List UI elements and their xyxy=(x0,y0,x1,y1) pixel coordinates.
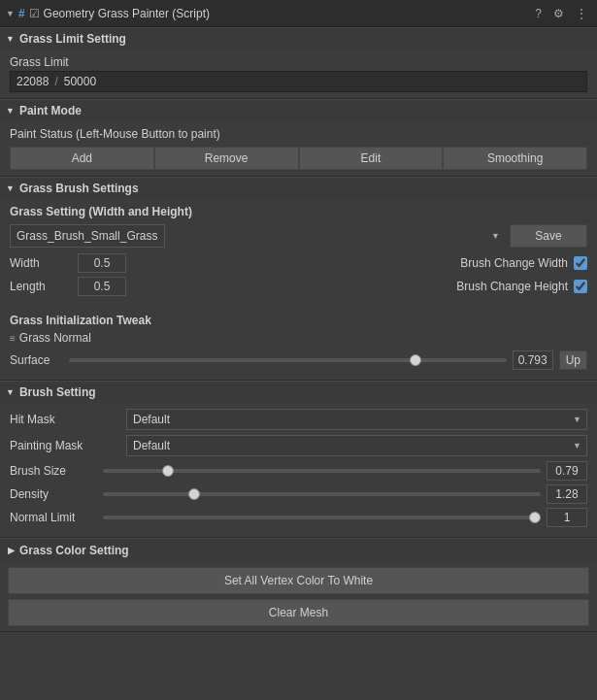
brush-setting-arrow: ▼ xyxy=(6,387,15,397)
hit-mask-dropdown[interactable]: Default xyxy=(126,409,587,430)
checkbox-icon[interactable]: ☑ xyxy=(29,7,40,20)
surface-up-button[interactable]: Up xyxy=(559,350,587,370)
density-slider[interactable] xyxy=(103,492,541,496)
painting-mask-dropdown[interactable]: Default xyxy=(126,435,587,456)
paint-status-label: Paint Status (Left-Mouse Button to paint… xyxy=(10,127,220,141)
settings-icon[interactable]: ⚙ xyxy=(549,7,568,20)
brush-size-row: Brush Size xyxy=(10,461,587,481)
grass-limit-title: Grass Limit Setting xyxy=(19,32,126,46)
density-value[interactable] xyxy=(547,484,587,504)
surface-slider[interactable] xyxy=(69,358,507,362)
width-row: Width Brush Change Width xyxy=(10,253,587,273)
hash-icon: # xyxy=(18,7,25,20)
arrow-icon: ▼ xyxy=(6,9,15,18)
grass-limit-inputs-row: 22088 / 50000 xyxy=(10,71,587,92)
grass-setting-label: Grass Setting (Width and Height) xyxy=(10,205,587,218)
surface-slider-row: Surface Up xyxy=(10,350,587,370)
density-row: Density xyxy=(10,484,587,504)
clear-mesh-button[interactable]: Clear Mesh xyxy=(8,599,589,626)
grass-init-tweak-label: Grass Initialization Tweak xyxy=(10,314,587,327)
length-right: Brush Change Height xyxy=(299,280,588,293)
paint-buttons-group: Add Remove Edit Smoothing xyxy=(10,147,587,170)
paint-mode-arrow: ▼ xyxy=(6,106,15,116)
help-icon[interactable]: ? xyxy=(531,7,546,20)
grass-color-section: ▶ Grass Color Setting Set All Vertex Col… xyxy=(0,538,597,632)
grass-limit-content: Grass Limit 22088 / 50000 xyxy=(0,50,597,98)
length-input[interactable] xyxy=(78,277,126,296)
grass-brush-arrow: ▼ xyxy=(6,183,15,193)
grass-color-title: Grass Color Setting xyxy=(19,544,129,557)
normal-limit-slider[interactable] xyxy=(103,516,541,519)
grass-brush-content: Grass Setting (Width and Height) Grass_B… xyxy=(0,199,597,380)
normal-limit-label: Normal Limit xyxy=(10,511,97,524)
title-bar: ▼ # ☑ Geometry Grass Painter (Script) ? … xyxy=(0,0,597,27)
grass-color-header[interactable]: ▶ Grass Color Setting xyxy=(0,538,597,562)
brush-setting-section: ▼ Brush Setting Hit Mask Default Paintin… xyxy=(0,381,597,538)
brush-setting-header[interactable]: ▼ Brush Setting xyxy=(0,381,597,403)
grass-color-arrow: ▶ xyxy=(8,546,15,555)
hamburger-icon: ≡ xyxy=(10,333,16,344)
brush-size-value[interactable] xyxy=(547,461,587,481)
grass-limit-header[interactable]: ▼ Grass Limit Setting xyxy=(0,27,597,50)
length-left: Length xyxy=(10,277,299,296)
brush-size-label: Brush Size xyxy=(10,464,97,478)
brush-change-height-checkbox[interactable] xyxy=(574,280,587,293)
brush-dropdown-wrapper: Grass_Brush_Small_Grass xyxy=(10,224,506,248)
smoothing-button[interactable]: Smoothing xyxy=(443,147,587,170)
brush-change-width-label: Brush Change Width xyxy=(460,256,568,270)
grass-limit-section: ▼ Grass Limit Setting Grass Limit 22088 … xyxy=(0,27,597,99)
width-label: Width xyxy=(10,256,78,270)
grass-normal-row: ≡ Grass Normal xyxy=(10,331,587,345)
length-row: Length Brush Change Height xyxy=(10,277,587,296)
hit-mask-dropdown-wrapper: Default xyxy=(126,409,587,430)
grass-limit-field-label: Grass Limit xyxy=(10,55,587,69)
normal-limit-value[interactable] xyxy=(547,508,587,527)
hit-mask-label: Hit Mask xyxy=(10,413,126,426)
paint-mode-section: ▼ Paint Mode Paint Status (Left-Mouse Bu… xyxy=(0,99,597,177)
menu-icon[interactable]: ⋮ xyxy=(572,7,591,20)
brush-change-height-label: Brush Change Height xyxy=(456,280,568,293)
vertex-color-button[interactable]: Set All Vertex Color To White xyxy=(8,567,589,594)
brush-setting-title: Brush Setting xyxy=(19,385,96,399)
grass-limit-current[interactable]: 22088 xyxy=(17,75,49,88)
grass-brush-section: ▼ Grass Brush Settings Grass Setting (Wi… xyxy=(0,177,597,381)
grass-limit-arrow: ▼ xyxy=(6,34,15,44)
grass-normal-text: Grass Normal xyxy=(19,331,91,345)
surface-label: Surface xyxy=(10,353,63,367)
width-left: Width xyxy=(10,253,299,273)
grass-limit-max[interactable]: 50000 xyxy=(64,75,96,88)
edit-button[interactable]: Edit xyxy=(299,147,444,170)
brush-dropdown[interactable]: Grass_Brush_Small_Grass xyxy=(10,224,165,248)
window-title: Geometry Grass Painter (Script) xyxy=(44,7,528,20)
painting-mask-dropdown-wrapper: Default xyxy=(126,435,587,456)
remove-button[interactable]: Remove xyxy=(154,147,299,170)
paint-status-row: Paint Status (Left-Mouse Button to paint… xyxy=(10,127,587,141)
normal-limit-row: Normal Limit xyxy=(10,508,587,527)
length-label: Length xyxy=(10,280,78,293)
painting-mask-row: Painting Mask Default xyxy=(10,435,587,456)
brush-setting-content: Hit Mask Default Painting Mask Default B… xyxy=(0,403,597,537)
painting-mask-label: Painting Mask xyxy=(10,439,126,452)
brush-size-slider[interactable] xyxy=(103,469,541,473)
width-right: Brush Change Width xyxy=(299,256,588,270)
paint-mode-content: Paint Status (Left-Mouse Button to paint… xyxy=(0,121,597,176)
density-label: Density xyxy=(10,487,97,501)
grass-brush-header[interactable]: ▼ Grass Brush Settings xyxy=(0,177,597,199)
hit-mask-row: Hit Mask Default xyxy=(10,409,587,430)
dropdown-save-row: Grass_Brush_Small_Grass Save xyxy=(10,224,587,248)
surface-value[interactable] xyxy=(513,350,553,370)
width-input[interactable] xyxy=(78,253,126,273)
grass-limit-separator: / xyxy=(54,75,57,88)
paint-mode-header[interactable]: ▼ Paint Mode xyxy=(0,99,597,121)
grass-brush-title: Grass Brush Settings xyxy=(19,182,139,195)
paint-mode-title: Paint Mode xyxy=(19,104,82,117)
save-button[interactable]: Save xyxy=(510,224,587,248)
brush-change-width-checkbox[interactable] xyxy=(574,256,587,270)
add-button[interactable]: Add xyxy=(10,147,154,170)
